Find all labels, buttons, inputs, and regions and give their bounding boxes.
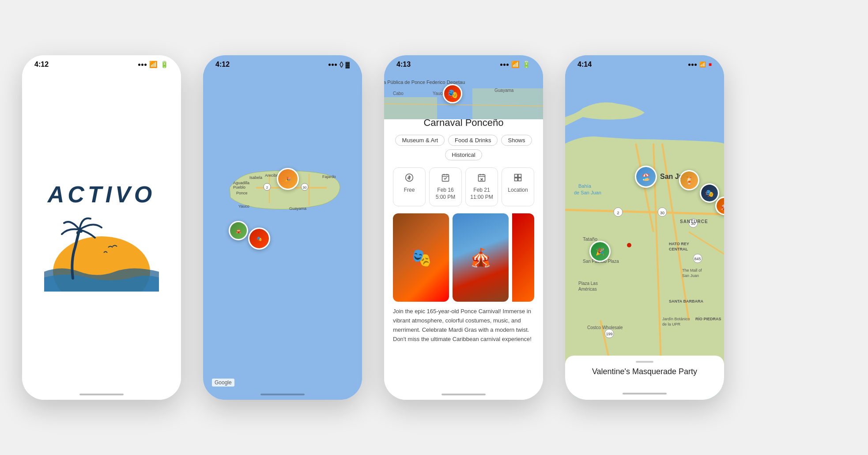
wifi-icon-2: 〈〉 xyxy=(340,61,343,68)
status-bar-1: 4:12 📶 🔋 xyxy=(22,55,181,70)
app-illustration xyxy=(40,203,163,292)
svg-text:de la UPR: de la UPR xyxy=(662,322,681,326)
svg-rect-37 xyxy=(479,174,485,181)
phone-event-detail: 4:13 📶 🔋 Plaza Pública de Ponce Federico… xyxy=(384,55,543,400)
svg-rect-46 xyxy=(518,178,521,181)
phone-map-zoomed: 4:14 📶 ■ xyxy=(565,55,724,400)
map-pin-ponce-2[interactable]: 🎭 xyxy=(248,228,270,250)
svg-text:2: 2 xyxy=(617,211,619,215)
event-location-avatar: 🎭 xyxy=(443,84,462,103)
svg-text:199: 199 xyxy=(606,332,612,336)
svg-text:Guayama: Guayama xyxy=(494,88,514,93)
svg-rect-21 xyxy=(384,97,437,119)
status-bar-4: 4:14 📶 ■ xyxy=(565,55,724,70)
svg-text:RÍO PIEDRAS: RÍO PIEDRAS xyxy=(695,317,721,321)
phone-map-full: 4:12 〈〉 ▓ 2 xyxy=(203,55,362,400)
svg-text:SANTURCE: SANTURCE xyxy=(680,219,708,224)
phone-splash: 4:12 📶 🔋 ACTIVO xyxy=(22,55,181,400)
svg-text:Aguadilla: Aguadilla xyxy=(233,181,249,185)
status-icons-2: 〈〉 ▓ xyxy=(328,61,350,68)
detail-map-svg: Plaza Pública de Ponce Federico Degetau … xyxy=(384,71,543,119)
tag-museum[interactable]: Museum & Art xyxy=(395,135,445,146)
svg-text:HATO REY: HATO REY xyxy=(669,242,689,246)
google-label-2: Google xyxy=(212,379,234,387)
svg-text:Fajardo: Fajardo xyxy=(322,174,336,179)
calendar-x-icon xyxy=(477,173,486,184)
event-image-1[interactable]: 🎭 xyxy=(393,213,449,302)
svg-text:Yauco: Yauco xyxy=(238,204,249,209)
svg-text:Tataño: Tataño xyxy=(583,236,597,242)
bottom-sheet-title: Valentine's Masquerade Party xyxy=(574,367,715,376)
map-avatar-ponce[interactable]: 🎉 xyxy=(589,241,611,262)
svg-text:Pueblo: Pueblo xyxy=(233,185,245,190)
svg-point-2 xyxy=(76,231,80,235)
home-indicator-3 xyxy=(442,394,486,395)
activo-logo: ACTIVO xyxy=(40,181,163,292)
svg-text:Jardín Botánico: Jardín Botánico xyxy=(662,317,690,321)
status-time-2: 4:12 xyxy=(215,61,230,68)
svg-point-83 xyxy=(627,243,631,247)
tag-food[interactable]: Food & Drinks xyxy=(448,135,498,146)
home-indicator-4 xyxy=(623,393,667,394)
svg-text:2: 2 xyxy=(266,186,268,190)
svg-text:CENTRAL: CENTRAL xyxy=(669,247,688,251)
map-avatar-sanjuan-2[interactable]: 🍹 xyxy=(679,170,699,190)
event-description: Join the epic 165-year-old Ponce Carniva… xyxy=(393,307,534,344)
svg-text:Cabo: Cabo xyxy=(393,91,404,96)
status-icons-3: 📶 🔋 xyxy=(500,61,531,68)
svg-text:Guayama: Guayama xyxy=(289,206,306,211)
tag-historical[interactable]: Historical xyxy=(445,149,482,160)
home-indicator-1 xyxy=(79,394,124,395)
signal-dots-2 xyxy=(328,64,337,66)
map-pin-ponce-1[interactable]: 🎪 xyxy=(229,221,248,240)
zoomed-map-svg: 2 30 30 199 845 San Juan Tataño SANTURCE… xyxy=(565,55,724,400)
svg-text:Bahía: Bahía xyxy=(578,183,592,189)
dollar-icon xyxy=(405,173,414,184)
signal-dots-1 xyxy=(138,64,147,66)
map-pin-santurce[interactable]: 🎉 xyxy=(277,168,299,190)
svg-rect-43 xyxy=(515,174,518,178)
svg-rect-33 xyxy=(442,174,449,181)
svg-text:Costco Wholesale: Costco Wholesale xyxy=(587,325,623,330)
map-avatar-sanjuan-1[interactable]: 🏖️ xyxy=(635,166,657,188)
pr-island-svg: 2 30 Aguadilla Pueblo Isabela Arecibo Do… xyxy=(203,99,362,303)
event-tags-row: Museum & Art Food & Drinks Shows Histori… xyxy=(393,135,534,160)
svg-text:30: 30 xyxy=(303,186,307,190)
event-map-header: 4:13 📶 🔋 Plaza Pública de Ponce Federico… xyxy=(384,55,543,117)
tag-shows[interactable]: Shows xyxy=(501,135,532,146)
svg-text:Américas: Américas xyxy=(578,287,597,292)
status-time-1: 4:12 xyxy=(34,61,49,68)
price-label: Free xyxy=(404,187,415,194)
signal-dots-4 xyxy=(688,64,697,66)
battery-icon-3: 🔋 xyxy=(522,61,531,68)
svg-rect-44 xyxy=(518,174,521,178)
battery-icon-4: ■ xyxy=(709,61,712,68)
event-image-2[interactable]: 🎪 xyxy=(453,213,509,302)
status-bar-2: 4:12 〈〉 ▓ xyxy=(203,55,362,70)
wifi-icon-4: 📶 xyxy=(699,61,706,68)
map-avatar-sanjuan-3[interactable]: 🎭 xyxy=(700,183,719,203)
svg-text:The Mall of: The Mall of xyxy=(682,268,702,273)
event-detail-content: Carnaval Ponceño Museum & Art Food & Dri… xyxy=(384,108,543,400)
svg-text:30: 30 xyxy=(660,211,664,215)
battery-icon-2: ▓ xyxy=(346,61,350,68)
wifi-icon-1: 📶 xyxy=(149,61,158,68)
start-date-card: Feb 16 5:00 PM xyxy=(429,167,462,206)
battery-icon-1: 🔋 xyxy=(160,61,169,68)
end-date-card: Feb 21 11:00 PM xyxy=(465,167,498,206)
price-card: Free xyxy=(393,167,426,206)
svg-text:Plaza Las: Plaza Las xyxy=(578,281,598,286)
svg-text:Arecibo: Arecibo xyxy=(265,173,279,178)
status-time-4: 4:14 xyxy=(577,61,592,68)
end-date-label: Feb 21 11:00 PM xyxy=(470,187,493,201)
svg-rect-22 xyxy=(472,88,543,119)
location-card[interactable]: Location xyxy=(502,167,534,206)
svg-text:Isabela: Isabela xyxy=(249,175,262,180)
signal-dots-3 xyxy=(500,64,509,66)
status-icons-4: 📶 ■ xyxy=(688,61,712,68)
map-background-2[interactable]: 2 30 Aguadilla Pueblo Isabela Arecibo Do… xyxy=(203,73,362,400)
wifi-icon-3: 📶 xyxy=(511,61,520,68)
status-time-3: 4:13 xyxy=(396,61,411,68)
svg-text:San Juan: San Juan xyxy=(682,273,699,278)
logo-svg xyxy=(40,203,163,292)
